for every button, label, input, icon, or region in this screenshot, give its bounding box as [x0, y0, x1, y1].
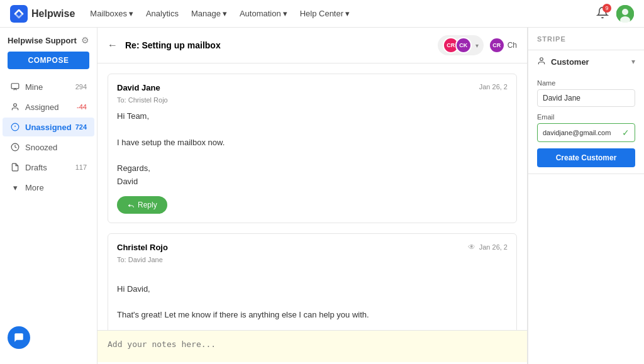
- settings-icon[interactable]: ⚙: [81, 35, 89, 45]
- msg1-sender: David Jane: [117, 83, 160, 92]
- right-panel: STRIPE Customer ▾ Name: [528, 28, 644, 364]
- nav-items: Mailboxes ▾ Analytics Manage ▾ Automatio…: [90, 9, 581, 18]
- avatar-ck: CK: [455, 37, 472, 53]
- avatar-group-chevron: ▾: [475, 42, 479, 49]
- sidebar-header: Helpwise Support ⚙: [0, 35, 97, 52]
- nav-mailboxes[interactable]: Mailboxes ▾: [90, 9, 133, 18]
- create-customer-button[interactable]: Create Customer: [537, 148, 635, 167]
- sidebar-item-snoozed[interactable]: Snoozed: [3, 138, 94, 157]
- inbox-icon: [10, 82, 20, 92]
- eye-icon: 👁: [468, 243, 475, 251]
- thread-header: ← Re: Setting up mailbox CR CK ▾ CR Ch: [97, 28, 527, 63]
- logo-text: Helpwise: [31, 8, 75, 19]
- notes-area: [97, 330, 527, 364]
- sidebar-item-drafts-count: 117: [75, 163, 87, 171]
- sidebar-item-drafts-label: Drafts: [25, 163, 73, 172]
- sidebar-item-more[interactable]: ▾ More: [3, 178, 94, 197]
- thread-title: Re: Setting up mailbox: [125, 40, 430, 50]
- email-input-wrapper: davidjane@gmail.com ✓: [537, 123, 635, 142]
- ch-label: Ch: [508, 41, 517, 50]
- notification-button[interactable]: 9: [596, 6, 609, 21]
- name-field-group: Name: [537, 79, 635, 107]
- svg-point-2: [622, 9, 628, 15]
- logo[interactable]: Helpwise: [10, 5, 75, 23]
- avatar-group[interactable]: CR CK ▾: [438, 35, 484, 55]
- unassigned-icon: [10, 122, 20, 132]
- nav-analytics[interactable]: Analytics: [146, 9, 179, 18]
- msg1-body: Hi Team, I have setup the mailbox now. R…: [117, 110, 508, 189]
- msg2-date: Jan 26, 2: [479, 243, 508, 251]
- svg-point-5: [14, 104, 17, 107]
- email-message-1: David Jane Jan 26, 2 To: Christel Rojo H…: [108, 74, 517, 223]
- email-field-group: Email davidjane@gmail.com ✓: [537, 113, 635, 142]
- compose-button[interactable]: COMPOSE: [8, 52, 89, 69]
- name-input[interactable]: [537, 89, 635, 107]
- notification-badge: 9: [602, 4, 611, 13]
- sidebar-item-assigned-count: -44: [77, 103, 87, 111]
- sidebar-item-more-label: More: [25, 183, 87, 192]
- sidebar-item-unassigned[interactable]: Unassigned 724: [3, 118, 94, 136]
- user-avatar[interactable]: [616, 5, 634, 23]
- sidebar-item-snoozed-label: Snoozed: [25, 143, 87, 152]
- thread-body: David Jane Jan 26, 2 To: Christel Rojo H…: [97, 63, 527, 330]
- drafts-icon: [10, 162, 20, 172]
- top-navigation: Helpwise Mailboxes ▾ Analytics Manage ▾ …: [0, 0, 644, 28]
- msg1-date: Jan 26, 2: [479, 83, 508, 92]
- sidebar-item-mine-label: Mine: [25, 82, 73, 92]
- sidebar-item-drafts[interactable]: Drafts 117: [3, 158, 94, 177]
- stripe-header: STRIPE: [528, 28, 644, 50]
- sidebar-title: Helpwise Support: [8, 36, 77, 45]
- nav-automation[interactable]: Automation ▾: [240, 9, 287, 18]
- nav-right: 9: [596, 5, 634, 23]
- assigned-icon: [10, 102, 20, 112]
- sidebar-item-mine-count: 294: [75, 83, 87, 91]
- msg1-to: To: Christel Rojo: [117, 96, 508, 104]
- more-icon: ▾: [10, 182, 20, 192]
- notes-input[interactable]: [97, 331, 527, 362]
- sidebar-item-assigned[interactable]: Assigned -44: [3, 97, 94, 116]
- customer-form: Name Email davidjane@gmail.com ✓ Create …: [528, 73, 644, 174]
- stripe-label: STRIPE: [537, 35, 566, 43]
- svg-rect-0: [10, 5, 28, 23]
- valid-check-icon: ✓: [622, 128, 630, 138]
- sidebar-item-unassigned-label: Unassigned: [25, 123, 73, 132]
- thread-actions: CR CK ▾ CR Ch: [438, 35, 517, 55]
- nav-helpcenter[interactable]: Help Center ▾: [300, 9, 350, 18]
- name-label: Name: [537, 79, 635, 87]
- msg1-reply-button[interactable]: Reply: [117, 196, 167, 214]
- ch-avatar-group[interactable]: CR Ch: [489, 37, 517, 53]
- msg2-sender: Christel Rojo: [117, 243, 168, 252]
- email-message-2: Christel Rojo 👁 Jan 26, 2 To: David Jane…: [108, 233, 517, 330]
- svg-point-8: [540, 58, 543, 61]
- nav-manage[interactable]: Manage ▾: [191, 9, 227, 18]
- email-value: davidjane@gmail.com: [543, 129, 611, 136]
- snoozed-icon: [10, 142, 20, 152]
- customer-section: Customer ▾ Name Email davidjane@gmail.co…: [528, 50, 644, 174]
- email-label: Email: [537, 113, 635, 121]
- avatar-cr2: CR: [489, 37, 505, 53]
- sidebar-item-mine[interactable]: Mine 294: [3, 77, 94, 96]
- msg2-body: Hi David, That's great! Let me know if t…: [117, 270, 508, 330]
- customer-label: Customer: [551, 57, 589, 67]
- msg2-to: To: David Jane: [117, 256, 508, 263]
- svg-rect-4: [11, 84, 19, 89]
- customer-icon: [537, 57, 547, 67]
- sidebar: Helpwise Support ⚙ COMPOSE Mine 294 Assi…: [0, 28, 97, 364]
- sidebar-item-unassigned-count: 724: [75, 123, 87, 131]
- sidebar-item-assigned-label: Assigned: [25, 102, 74, 112]
- customer-toggle-left: Customer: [537, 57, 589, 67]
- customer-toggle[interactable]: Customer ▾: [528, 50, 644, 73]
- back-button[interactable]: ←: [108, 40, 118, 51]
- email-thread: ← Re: Setting up mailbox CR CK ▾ CR Ch: [97, 28, 528, 364]
- customer-collapse-icon: ▾: [631, 57, 635, 66]
- chat-bubble-button[interactable]: [8, 326, 30, 349]
